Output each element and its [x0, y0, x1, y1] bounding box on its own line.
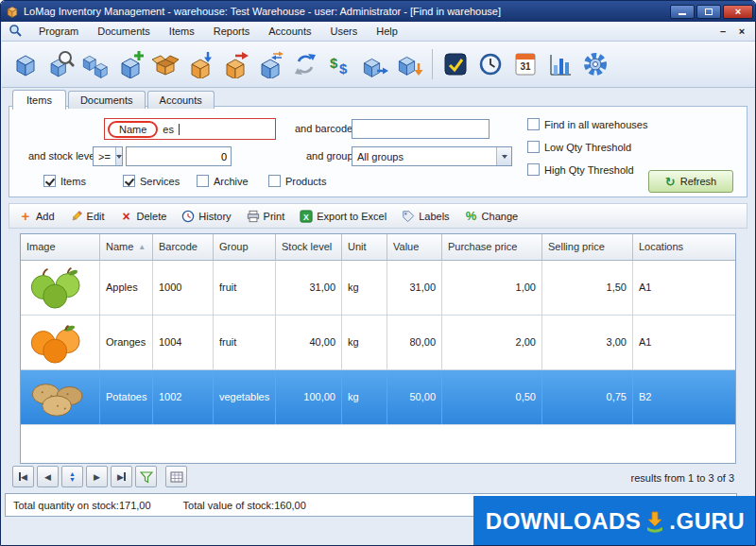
- menu-help[interactable]: Help: [368, 24, 406, 39]
- change-button[interactable]: %Change: [465, 210, 519, 223]
- column-header-image[interactable]: Image: [21, 234, 100, 261]
- group-select[interactable]: All groups: [352, 146, 512, 166]
- checkbox-label: Low Qty Threshold: [544, 142, 631, 153]
- oranges-image: [21, 316, 100, 369]
- downloads-guru-banner[interactable]: DOWNLOADS .GURU: [473, 496, 756, 546]
- column-header-name[interactable]: Name▲: [100, 234, 153, 261]
- calendar-icon[interactable]: 31: [507, 45, 542, 83]
- column-header-group[interactable]: Group: [214, 234, 276, 261]
- column-header-purchase-price[interactable]: Purchase price: [442, 234, 542, 261]
- svg-text:X: X: [303, 212, 309, 221]
- excel-icon: X: [300, 210, 313, 223]
- goods-received-icon[interactable]: [182, 45, 217, 83]
- title-bar[interactable]: LoMag Inventory Management - warehouse: …: [1, 1, 756, 22]
- barcode-filter-input[interactable]: [352, 119, 490, 139]
- tab-items[interactable]: Items: [12, 90, 66, 110]
- checkbox-archive[interactable]: Archive: [197, 175, 249, 187]
- last-page-button[interactable]: ▶: [111, 466, 132, 487]
- table-row-potatoes-selected[interactable]: Potatoes 1002 vegetables 100,00 kg 50,00…: [21, 370, 735, 425]
- cell-purchase-price: 1,00: [442, 261, 542, 315]
- menu-documents[interactable]: Documents: [89, 24, 159, 39]
- history-button[interactable]: History: [181, 210, 231, 223]
- stock-operator-select[interactable]: >=: [93, 146, 123, 166]
- delete-button[interactable]: ×Delete: [120, 210, 167, 223]
- refresh-button[interactable]: ↻ Refresh: [648, 170, 733, 193]
- checkbox-label: Products: [285, 176, 326, 187]
- filter-funnel-button[interactable]: [135, 466, 157, 487]
- mdi-close-icon[interactable]: ×: [733, 26, 750, 37]
- pencil-icon: [70, 210, 83, 223]
- labels-button[interactable]: Labels: [402, 210, 449, 223]
- checkbox-products[interactable]: Products: [268, 175, 326, 187]
- goods-issued-icon[interactable]: [217, 45, 252, 83]
- table-row-apples[interactable]: Apples 1000 fruit 31,00 kg 31,00 1,00 1,…: [21, 261, 735, 316]
- stock-value-input[interactable]: [126, 146, 232, 166]
- internal-transfer-icon[interactable]: [252, 45, 287, 83]
- checkbox-high-qty-threshold[interactable]: High Qty Threshold: [527, 163, 634, 176]
- name-filter-field[interactable]: Name es: [104, 118, 276, 140]
- column-header-stock-level[interactable]: Stock level: [276, 234, 342, 261]
- tab-accounts[interactable]: Accounts: [147, 91, 215, 109]
- items-icon[interactable]: [8, 45, 43, 83]
- column-header-barcode[interactable]: Barcode: [153, 234, 214, 261]
- cell-locations: A1: [633, 316, 735, 369]
- action-label: Add: [36, 211, 55, 222]
- checkbox-low-qty-threshold[interactable]: Low Qty Threshold: [527, 141, 631, 153]
- column-header-unit[interactable]: Unit: [342, 234, 387, 261]
- print-button[interactable]: Print: [247, 210, 285, 223]
- menu-accounts[interactable]: Accounts: [260, 24, 319, 39]
- close-button[interactable]: ×: [723, 5, 753, 19]
- find-item-icon[interactable]: [43, 45, 77, 83]
- previous-page-button[interactable]: ◀: [37, 466, 59, 487]
- cell-barcode: 1004: [153, 316, 214, 369]
- checkbox-find-all-warehouses[interactable]: Find in all warehouses: [527, 118, 647, 130]
- add-item-icon[interactable]: [112, 45, 147, 83]
- history-icon[interactable]: [472, 45, 507, 83]
- cell-unit: kg: [342, 261, 387, 315]
- group-filter-label: and group: [306, 150, 353, 162]
- menu-search-icon: [8, 24, 23, 39]
- checkbox-checked-box: [123, 175, 135, 187]
- action-label: Export to Excel: [317, 211, 387, 222]
- total-quantity-text: Total quantity on stock:171,00: [13, 500, 151, 511]
- sort-updown-button[interactable]: ▲▼: [61, 466, 83, 487]
- apples-image: [21, 261, 100, 315]
- maximize-button[interactable]: [696, 5, 721, 19]
- checkbox-services[interactable]: Services: [123, 175, 180, 187]
- stock-levels-icon[interactable]: [77, 45, 112, 83]
- cell-barcode: 1002: [153, 370, 214, 424]
- menu-reports[interactable]: Reports: [205, 24, 259, 39]
- first-page-button[interactable]: ◀: [12, 466, 34, 487]
- table-row-oranges[interactable]: Oranges 1004 fruit 40,00 kg 80,00 2,00 3…: [21, 316, 735, 370]
- cell-value: 31,00: [387, 261, 442, 315]
- sales-icon[interactable]: $$: [322, 45, 357, 83]
- edit-button[interactable]: Edit: [70, 210, 105, 223]
- open-document-icon[interactable]: [147, 45, 182, 83]
- minimize-button[interactable]: [670, 5, 695, 19]
- settings-icon[interactable]: [577, 45, 612, 83]
- column-header-value[interactable]: Value: [387, 234, 442, 261]
- menu-users[interactable]: Users: [322, 24, 367, 39]
- up-down-arrows-icon: ▲▼: [69, 471, 76, 482]
- tag-icon: [402, 210, 415, 223]
- tasks-icon[interactable]: [438, 45, 472, 83]
- column-header-locations[interactable]: Locations: [633, 234, 735, 261]
- menu-items[interactable]: Items: [161, 24, 203, 39]
- reports-icon[interactable]: [542, 45, 577, 83]
- mdi-minimize-icon[interactable]: –: [714, 26, 731, 37]
- shipment-icon[interactable]: [357, 45, 392, 83]
- action-label: Delete: [137, 211, 167, 222]
- potatoes-image: [21, 370, 100, 424]
- grid-view-button[interactable]: [165, 466, 187, 487]
- tab-documents[interactable]: Documents: [68, 91, 146, 109]
- exchange-icon[interactable]: [287, 45, 322, 83]
- delivery-icon[interactable]: [392, 45, 427, 83]
- toolbar-separator: [432, 49, 433, 79]
- next-page-button[interactable]: ▶: [86, 466, 108, 487]
- checkbox-items[interactable]: Items: [43, 175, 86, 187]
- export-excel-button[interactable]: XExport to Excel: [300, 210, 387, 223]
- add-button[interactable]: +Add: [19, 210, 55, 223]
- column-header-selling-price[interactable]: Selling price: [542, 234, 633, 261]
- action-label: Labels: [419, 211, 449, 222]
- menu-program[interactable]: Program: [30, 24, 87, 39]
